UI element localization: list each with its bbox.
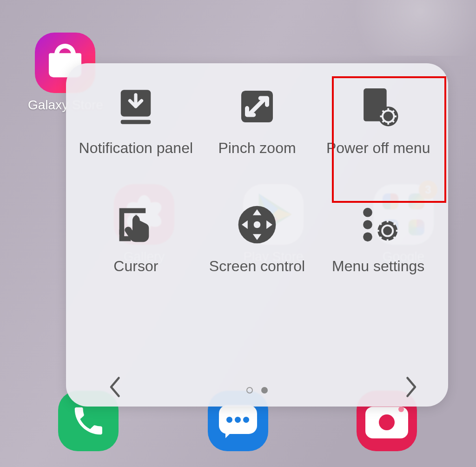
menu-item-label: Screen control [209,258,305,294]
svg-line-14 [383,111,384,113]
menu-item-menu-settings[interactable]: Menu settings [317,202,439,294]
pinch-zoom-icon [234,84,280,129]
svg-line-31 [394,222,396,225]
menu-item-label: Notification panel [79,140,193,176]
menu-item-screen-control[interactable]: Screen control [197,202,318,294]
cursor-icon [113,202,159,247]
svg-line-17 [383,120,384,122]
page-next-button[interactable] [398,374,424,400]
svg-point-20 [363,208,372,217]
svg-line-32 [379,237,381,239]
assistant-menu-grid: Notification panel Pinch zoom [75,84,439,294]
svg-line-29 [379,222,381,225]
menu-item-power-off-menu[interactable]: Power off menu [317,84,439,176]
menu-item-label: Power off menu [326,140,430,176]
menu-item-label: Menu settings [332,258,424,294]
page-dot-active[interactable] [261,387,268,394]
svg-point-21 [363,220,372,229]
menu-item-label: Cursor [113,258,158,294]
svg-line-16 [392,111,394,113]
page-dot[interactable] [246,387,253,394]
screen-control-icon [234,202,280,247]
svg-point-22 [363,232,372,241]
page-indicator [66,387,448,394]
menu-item-notification-panel[interactable]: Notification panel [75,84,197,176]
menu-item-cursor[interactable]: Cursor [75,202,197,294]
svg-line-30 [394,237,396,239]
svg-point-19 [254,221,261,228]
svg-rect-5 [121,120,151,124]
svg-line-15 [392,120,394,122]
notification-panel-icon [113,84,159,129]
assistant-menu-panel: Notification panel Pinch zoom [66,63,448,407]
menu-settings-icon [356,202,401,247]
menu-item-label: Pinch zoom [218,140,296,176]
power-off-menu-icon [356,84,401,129]
menu-item-pinch-zoom[interactable]: Pinch zoom [197,84,318,176]
